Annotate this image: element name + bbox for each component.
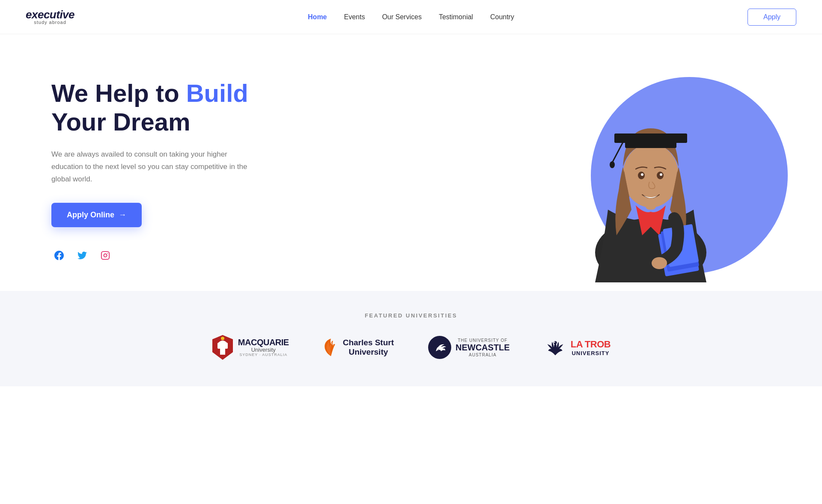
- macquarie-text: MACQUARIE University SYDNEY · AUSTRALIA: [238, 338, 289, 357]
- hero-title: We Help to Build Your Dream: [51, 79, 253, 136]
- newcastle-bird-icon: [432, 339, 448, 356]
- nav-item-events[interactable]: Events: [344, 13, 365, 21]
- macquarie-sub: University: [238, 347, 289, 353]
- newcastle-university-logo[interactable]: THE UNIVERSITY OF NEWCASTLE AUSTRALIA: [428, 336, 510, 359]
- nav-link-services[interactable]: Our Services: [382, 13, 421, 21]
- apply-online-label: Apply Online: [67, 210, 114, 219]
- latrobe-university-logo[interactable]: LA TROB UNIVERSITY: [544, 336, 611, 359]
- nav-item-services[interactable]: Our Services: [382, 13, 421, 21]
- nav-link-testimonial[interactable]: Testimonial: [439, 13, 473, 21]
- latrobe-sub: UNIVERSITY: [571, 350, 611, 356]
- nav-apply-button[interactable]: Apply: [748, 9, 796, 26]
- newcastle-icon: [428, 336, 451, 359]
- featured-universities-section: FEATURED UNIVERSITIES MACQUARIE Universi…: [0, 291, 822, 386]
- featured-label: FEATURED UNIVERSITIES: [34, 312, 788, 319]
- svg-point-21: [221, 337, 224, 340]
- macquarie-location: SYDNEY · AUSTRALIA: [238, 353, 289, 357]
- hero-title-highlight: Build: [186, 79, 248, 107]
- svg-point-16: [652, 257, 667, 269]
- nav-item-testimonial[interactable]: Testimonial: [439, 13, 473, 21]
- svg-rect-0: [101, 251, 109, 259]
- latrobe-bird-icon: [544, 336, 566, 359]
- newcastle-location: AUSTRALIA: [456, 353, 510, 357]
- svg-rect-10: [614, 133, 687, 143]
- nav-link-events[interactable]: Events: [344, 13, 365, 21]
- hero-graduate-image: [561, 73, 741, 282]
- macquarie-name: MACQUARIE: [238, 338, 289, 347]
- latrobe-name: LA TROB: [571, 339, 611, 350]
- nav-links: Home Events Our Services Testimonial Cou…: [308, 13, 514, 21]
- hero-content: We Help to Build Your Dream We are alway…: [51, 79, 253, 263]
- apply-arrow-icon: →: [119, 210, 126, 219]
- hero-description: We are always availed to consult on taki…: [51, 148, 253, 186]
- newcastle-text: THE UNIVERSITY OF NEWCASTLE AUSTRALIA: [456, 338, 510, 357]
- hero-title-suffix: Your Dream: [51, 108, 190, 136]
- svg-point-8: [660, 173, 662, 176]
- nav-item-home[interactable]: Home: [308, 13, 327, 21]
- charles-sturt-name-line2: University: [343, 347, 394, 357]
- logo-name: executive: [26, 9, 74, 20]
- charles-sturt-icon: [323, 337, 339, 358]
- svg-point-7: [641, 173, 643, 176]
- macquarie-university-logo[interactable]: MACQUARIE University SYDNEY · AUSTRALIA: [211, 334, 289, 361]
- nav-link-home[interactable]: Home: [308, 13, 327, 21]
- nav-link-country[interactable]: Country: [490, 13, 514, 21]
- charles-sturt-text: Charles Sturt University: [343, 338, 394, 357]
- social-links: [51, 248, 253, 263]
- latrobe-text: LA TROB UNIVERSITY: [571, 339, 611, 356]
- newcastle-main: NEWCASTLE: [456, 343, 510, 353]
- macquarie-shield-icon: [211, 334, 234, 361]
- charles-sturt-name-line1: Charles Sturt: [343, 338, 394, 347]
- twitter-icon[interactable]: [74, 248, 90, 263]
- svg-point-12: [610, 161, 615, 168]
- svg-rect-19: [217, 343, 228, 349]
- apply-online-button[interactable]: Apply Online →: [51, 203, 142, 227]
- university-logos: MACQUARIE University SYDNEY · AUSTRALIA …: [34, 334, 788, 361]
- hero-title-prefix: We Help to: [51, 79, 186, 107]
- facebook-icon[interactable]: [51, 248, 67, 263]
- instagram-icon[interactable]: [98, 248, 113, 263]
- logo-tagline: study abroad: [26, 20, 74, 25]
- nav-item-country[interactable]: Country: [490, 13, 514, 21]
- hero-image-area: [531, 60, 771, 282]
- svg-point-23: [554, 342, 555, 343]
- navbar: executive study abroad Home Events Our S…: [0, 0, 822, 34]
- newcastle-top: THE UNIVERSITY OF: [456, 338, 510, 343]
- logo[interactable]: executive study abroad: [26, 9, 74, 25]
- hero-section: We Help to Build Your Dream We are alway…: [0, 34, 822, 291]
- charles-sturt-university-logo[interactable]: Charles Sturt University: [323, 337, 394, 358]
